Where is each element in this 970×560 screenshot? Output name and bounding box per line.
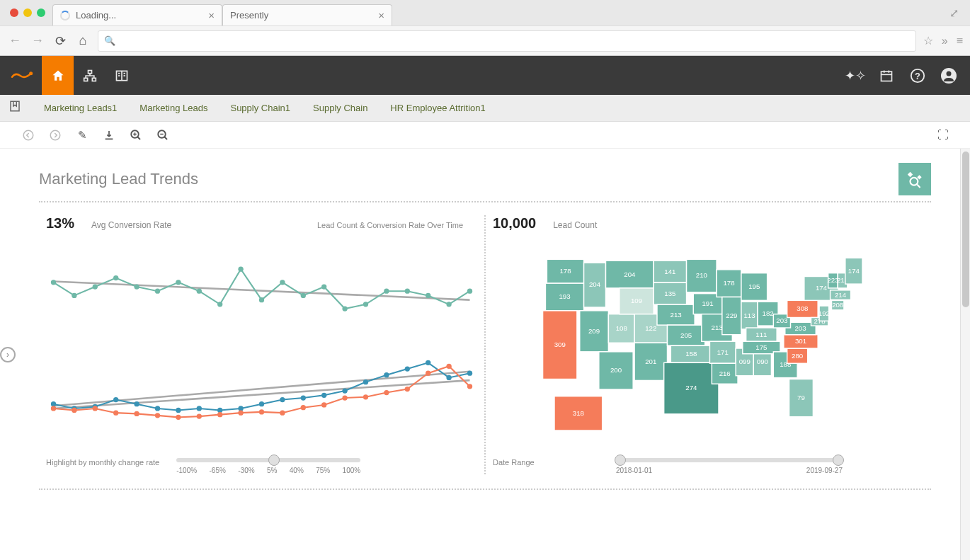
svg-point-17 xyxy=(947,71,952,76)
insights-button[interactable] xyxy=(898,163,931,195)
expand-icon[interactable]: ⤢ xyxy=(949,6,964,20)
brand-logo-icon[interactable] xyxy=(3,56,42,95)
svg-rect-112 xyxy=(620,288,654,314)
home-button[interactable]: ⌂ xyxy=(75,33,91,49)
svg-point-51 xyxy=(426,293,430,298)
svg-rect-128 xyxy=(664,362,719,414)
main-content: › Marketing Lead Trends 13% Avg Conversi… xyxy=(0,149,970,560)
help-icon[interactable]: ? xyxy=(909,67,926,84)
back-button[interactable]: ← xyxy=(7,33,23,49)
svg-line-26 xyxy=(164,137,167,139)
prev-button[interactable] xyxy=(21,129,35,142)
svg-point-63 xyxy=(238,406,243,411)
change-rate-slider[interactable]: -100%-65%-30%5%40%75%100% xyxy=(176,458,477,474)
fullscreen-button[interactable]: ⛶ xyxy=(937,129,949,142)
close-icon[interactable]: × xyxy=(378,9,384,21)
address-bar: ← → ⟳ ⌂ 🔍 ☆ » ≡ xyxy=(0,25,970,55)
svg-point-46 xyxy=(321,284,326,289)
forward-button[interactable]: → xyxy=(30,33,45,49)
sparkle-icon[interactable]: ✦✧ xyxy=(847,67,864,84)
tab-supply-chain-1[interactable]: Supply Chain1 xyxy=(230,103,290,113)
browser-chrome: Loading... × Presently × ⤢ ← → ⟳ ⌂ 🔍 ☆ »… xyxy=(0,0,970,56)
svg-point-77 xyxy=(93,406,98,411)
tab-hr-attrition[interactable]: HR Employee Attrition1 xyxy=(390,103,485,113)
svg-rect-176 xyxy=(819,306,829,321)
svg-rect-116 xyxy=(634,343,667,380)
calendar-icon[interactable] xyxy=(878,67,895,84)
minimize-window-icon[interactable] xyxy=(23,8,32,17)
svg-point-40 xyxy=(197,289,202,294)
maximize-window-icon[interactable] xyxy=(37,8,45,17)
us-map-chart[interactable]: 1781933092042091082002041091222011411352… xyxy=(493,246,924,451)
svg-point-89 xyxy=(342,395,347,400)
window-controls[interactable] xyxy=(6,8,52,17)
svg-rect-126 xyxy=(671,345,712,362)
svg-point-62 xyxy=(217,408,222,413)
tab-marketing-leads[interactable]: Marketing Leads xyxy=(139,103,207,113)
svg-rect-182 xyxy=(828,273,838,288)
home-button[interactable] xyxy=(42,56,74,95)
svg-rect-136 xyxy=(709,341,736,363)
svg-rect-104 xyxy=(580,311,609,352)
zoom-in-button[interactable] xyxy=(129,129,143,142)
menu-icon[interactable]: ≡ xyxy=(957,35,963,47)
svg-rect-138 xyxy=(712,363,738,384)
svg-point-35 xyxy=(93,284,98,289)
svg-rect-100 xyxy=(543,311,577,379)
svg-point-88 xyxy=(321,402,326,407)
conversion-metric-label: Avg Conversion Rate xyxy=(91,220,171,230)
svg-point-39 xyxy=(176,280,181,285)
trend-chart[interactable] xyxy=(46,246,477,451)
download-button[interactable] xyxy=(102,130,116,141)
browser-tab-loading[interactable]: Loading... × xyxy=(52,4,222,25)
svg-point-64 xyxy=(259,401,264,406)
expand-panel-button[interactable]: › xyxy=(0,347,16,362)
svg-point-72 xyxy=(426,360,430,365)
chart-subtitle: Lead Count & Conversion Rate Over Time xyxy=(317,221,477,229)
reload-button[interactable]: ⟳ xyxy=(52,33,68,49)
favorite-icon[interactable]: ☆ xyxy=(923,34,933,47)
next-button[interactable] xyxy=(48,129,62,142)
user-icon[interactable] xyxy=(940,67,957,84)
tab-supply-chain[interactable]: Supply Chain xyxy=(313,103,367,113)
svg-rect-98 xyxy=(545,283,583,311)
date-range-slider[interactable]: 2018-01-01 2019-09-27 xyxy=(616,458,924,474)
close-icon[interactable]: × xyxy=(208,9,215,21)
nav-tabs: Marketing Leads1 Marketing Leads Supply … xyxy=(0,95,970,122)
close-window-icon[interactable] xyxy=(10,8,18,17)
more-icon[interactable]: » xyxy=(942,35,948,47)
svg-rect-142 xyxy=(722,297,741,335)
tab-marketing-leads-1[interactable]: Marketing Leads1 xyxy=(44,103,117,113)
svg-point-28 xyxy=(911,178,918,185)
svg-point-74 xyxy=(467,371,472,376)
svg-point-79 xyxy=(134,411,139,416)
sitemap-icon[interactable] xyxy=(74,56,105,95)
lead-count-metric: 10,000 xyxy=(493,215,536,232)
svg-point-0 xyxy=(29,72,33,75)
svg-rect-2 xyxy=(84,78,87,81)
edit-button[interactable]: ✎ xyxy=(75,129,89,142)
svg-point-93 xyxy=(426,371,430,376)
svg-rect-162 xyxy=(787,348,808,363)
svg-point-76 xyxy=(72,408,76,413)
svg-point-44 xyxy=(280,280,285,285)
lead-count-panel: 10,000 Lead Count 1781933092042091082002… xyxy=(486,215,931,474)
catalog-icon[interactable] xyxy=(105,56,137,95)
svg-point-45 xyxy=(301,293,306,298)
slider-label: Highlight by monthly change rate xyxy=(46,458,159,467)
zoom-out-button[interactable] xyxy=(156,129,170,142)
bookmark-icon[interactable] xyxy=(8,100,21,116)
svg-point-94 xyxy=(446,364,451,369)
url-input[interactable]: 🔍 xyxy=(98,30,916,52)
svg-line-29 xyxy=(917,185,920,188)
browser-tab-presently[interactable]: Presently × xyxy=(222,4,392,25)
svg-rect-188 xyxy=(554,396,603,430)
svg-rect-186 xyxy=(845,258,862,284)
tab-title: Presently xyxy=(230,10,372,21)
date-end: 2019-09-27 xyxy=(806,467,843,474)
svg-point-71 xyxy=(405,366,410,371)
date-range-label: Date Range xyxy=(493,458,599,467)
search-icon: 🔍 xyxy=(104,35,115,46)
svg-rect-110 xyxy=(606,261,654,288)
scrollbar[interactable] xyxy=(960,149,970,560)
